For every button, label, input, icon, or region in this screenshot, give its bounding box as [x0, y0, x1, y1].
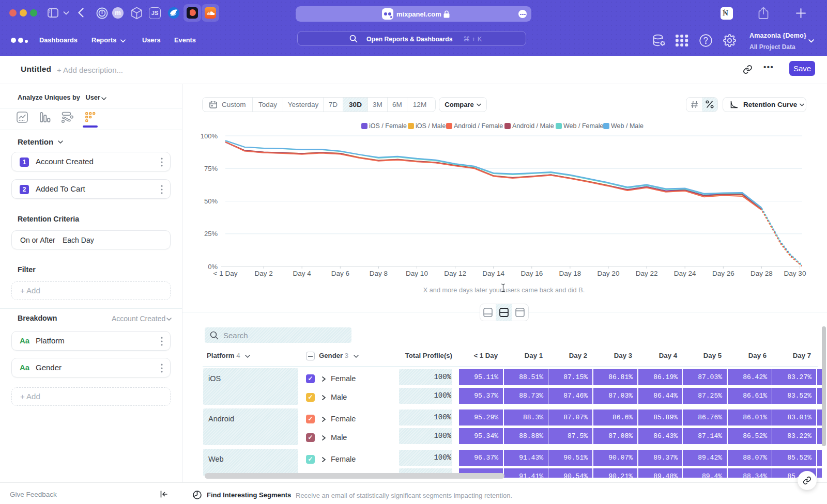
svg-text:Day 8: Day 8	[370, 270, 388, 277]
svg-text:Day 20: Day 20	[598, 270, 620, 277]
svg-text:Day 28: Day 28	[751, 270, 773, 277]
svg-text:Day 26: Day 26	[712, 270, 734, 277]
svg-text:Day 10: Day 10	[406, 270, 428, 277]
svg-text:50%: 50%	[204, 197, 218, 205]
svg-text:< 1 Day: < 1 Day	[213, 270, 238, 277]
svg-text:100%: 100%	[201, 132, 218, 140]
svg-text:Day 2: Day 2	[254, 270, 272, 277]
svg-text:Day 4: Day 4	[293, 270, 312, 277]
svg-text:Day 22: Day 22	[636, 270, 658, 277]
svg-text:Day 6: Day 6	[331, 270, 349, 277]
svg-text:Day 14: Day 14	[482, 270, 504, 277]
svg-text:75%: 75%	[204, 165, 218, 172]
svg-text:Day 16: Day 16	[520, 270, 543, 277]
svg-text:Day 30: Day 30	[784, 270, 806, 277]
svg-text:25%: 25%	[204, 230, 218, 238]
svg-text:Day 12: Day 12	[444, 270, 466, 277]
svg-text:Day 18: Day 18	[559, 270, 581, 277]
svg-text:Day 24: Day 24	[674, 270, 696, 277]
